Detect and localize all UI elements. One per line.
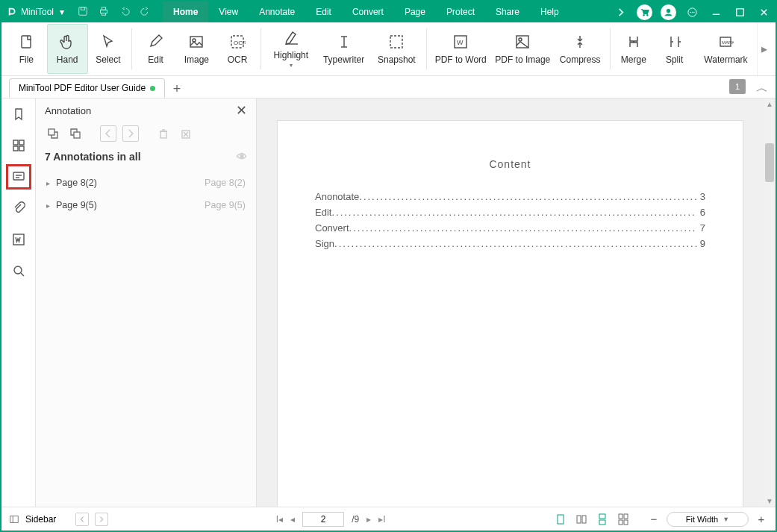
menu-home[interactable]: Home [163,1,208,22]
history-forward-icon[interactable] [95,513,108,526]
svg-rect-35 [19,146,24,151]
document-tab[interactable]: MiniTool PDF Editor User Guide [9,78,165,98]
prev-page-icon[interactable]: ◂ [290,514,295,525]
tool-edit[interactable]: Edit [135,22,176,75]
delete-all-annotations-icon[interactable] [178,125,194,142]
tool-typewriter[interactable]: Typewriter [317,22,370,75]
tool-label: Merge [621,54,646,65]
app-brand[interactable]: MiniTool ▾ [1,7,70,17]
tool-hand[interactable]: Hand [47,24,88,74]
prev-annotation-icon[interactable] [100,125,116,142]
tool-label: Watermark [704,54,747,65]
tool-ocr[interactable]: OCROCR [217,22,258,75]
view-continuous-icon[interactable] [595,512,610,527]
menu-view[interactable]: View [208,1,249,22]
maximize-button[interactable] [728,1,752,22]
tool-label: Edit [148,54,163,65]
svg-rect-56 [599,520,605,525]
menu-share[interactable]: Share [485,1,530,22]
collapse-all-icon[interactable] [67,125,84,142]
tool-select[interactable]: Select [88,22,129,75]
close-button[interactable] [752,1,776,22]
view-facing-icon[interactable] [574,512,589,527]
menu-convert[interactable]: Convert [342,1,394,22]
zoom-in-button[interactable]: + [755,513,768,526]
toggle-visibility-icon[interactable]: 👁 [237,151,247,163]
workspace: Annotation ✕ 7 Annotations in all 👁 ▸Pag… [1,98,776,507]
toc-page: 7 [697,222,705,234]
rail-attachment-icon[interactable] [7,197,30,219]
page-badge[interactable]: 1 [729,79,746,94]
toc-leader: ........................................… [334,238,697,249]
menu-page[interactable]: Page [394,1,436,22]
tool-highlight[interactable]: Highlight▾ [264,22,317,75]
svg-point-7 [667,9,670,13]
next-annotation-icon[interactable] [122,125,139,142]
svg-rect-44 [160,131,166,138]
svg-rect-57 [619,514,622,519]
undo-icon[interactable] [119,6,130,19]
collapse-ribbon-icon[interactable]: ︿ [756,81,768,96]
minimize-button[interactable] [704,1,728,22]
sidebar-toggle-icon[interactable] [9,514,19,525]
save-icon[interactable] [78,6,88,19]
current-page-input[interactable] [302,512,344,527]
scroll-down-icon[interactable]: ▼ [764,497,776,505]
tool-split[interactable]: Split [654,22,695,75]
history-back-icon[interactable] [75,513,89,526]
svg-rect-54 [582,516,586,523]
tool-file[interactable]: File [6,22,47,75]
scroll-up-icon[interactable]: ▲ [764,100,776,108]
panel-close-button[interactable]: ✕ [236,102,247,119]
svg-point-40 [14,266,22,274]
print-icon[interactable] [99,6,109,19]
toc-leader: ........................................… [331,207,696,218]
tool-image[interactable]: Image [176,22,217,75]
tool-pdf-to-word[interactable]: WPDF to Word [430,22,492,75]
tool-merge[interactable]: Merge [613,22,654,75]
menu-annotate[interactable]: Annotate [249,1,305,22]
rail-bookmark-icon[interactable] [7,103,30,125]
expand-icon[interactable]: ▸ [46,201,50,210]
rail-word-icon[interactable] [7,228,30,251]
expand-all-icon[interactable] [45,125,61,142]
expand-icon[interactable]: ▸ [46,179,50,187]
rail-annotation-icon[interactable] [7,166,30,188]
tool-snapshot[interactable]: Snapshot [370,22,423,75]
delete-annotation-icon[interactable] [155,125,172,142]
menu-edit[interactable]: Edit [305,1,342,22]
tool-compress[interactable]: Compress [554,22,607,75]
tool-watermark[interactable]: MARKWatermark [695,22,757,75]
annotation-row[interactable]: ▸Page 8(2)Page 8(2) [36,172,256,194]
rail-search-icon[interactable] [7,260,30,282]
rail-thumbnails-icon[interactable] [7,134,30,157]
menu-protect[interactable]: Protect [436,1,485,22]
first-page-icon[interactable]: I◂ [276,514,283,525]
vertical-scrollbar[interactable]: ▲ ▼ [764,98,776,507]
svg-rect-32 [13,140,18,145]
toc-leader: ........................................… [359,191,696,202]
zoom-out-button[interactable]: − [647,513,661,526]
scrollbar-thumb[interactable] [765,143,774,182]
zoom-combo[interactable]: Fit Width ▼ [667,512,749,527]
last-page-icon[interactable]: ▸I [378,514,385,525]
user-icon[interactable] [656,1,680,22]
tool-pdf-to-image[interactable]: PDF to Image [492,22,554,75]
ribbon-overflow-icon[interactable]: ▸ [757,22,771,75]
document-scroll[interactable]: Content Anonotate.......................… [257,98,764,507]
new-tab-button[interactable]: + [168,80,186,98]
next-page-icon[interactable]: ▸ [366,514,371,525]
cart-icon[interactable] [632,1,656,22]
tool-label: Compress [560,54,601,65]
view-continuous-facing-icon[interactable] [616,512,631,527]
view-single-icon[interactable] [553,512,568,527]
sidebar-toggle-label[interactable]: Sidebar [25,514,56,525]
annotation-row[interactable]: ▸Page 9(5)Page 9(5) [36,194,256,216]
redo-icon[interactable] [140,6,151,19]
svg-rect-60 [624,520,628,525]
feedback-icon[interactable] [680,1,704,22]
tool-label: Split [666,54,683,65]
chevron-right-icon[interactable] [608,1,632,22]
menu-help[interactable]: Help [530,1,570,22]
toc-page: 3 [697,191,705,202]
